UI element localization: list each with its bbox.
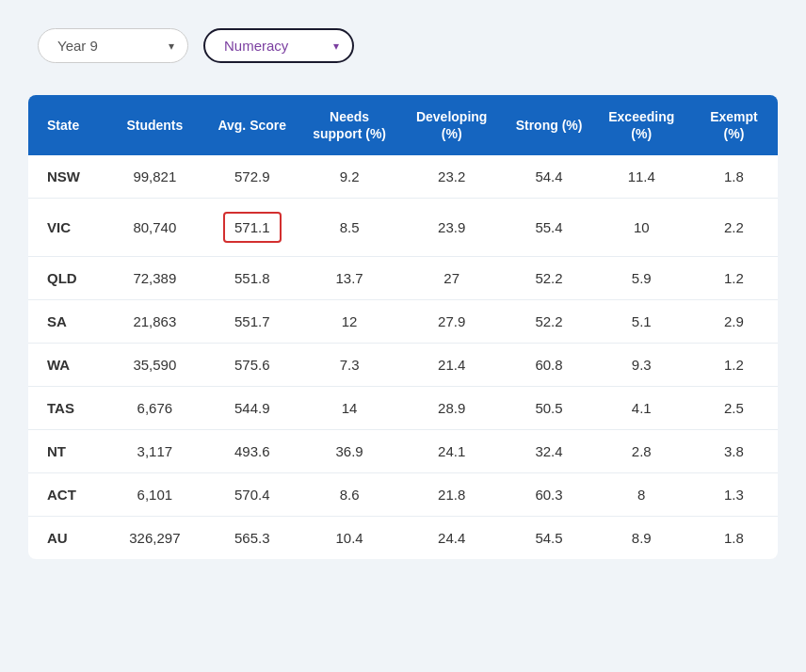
cell-exempt: 2.9 [690, 300, 778, 344]
cell-exempt: 3.8 [690, 430, 778, 473]
cell-avg_score: 544.9 [203, 387, 300, 430]
cell-strong: 54.4 [506, 155, 593, 199]
cell-exempt: 1.3 [690, 473, 778, 517]
cell-strong: 60.8 [506, 344, 593, 387]
cell-needs_support: 7.3 [300, 344, 397, 387]
cell-needs_support: 8.5 [300, 199, 397, 257]
cell-avg_score: 551.7 [203, 300, 300, 344]
cell-avg_score: 571.1 [203, 199, 300, 257]
cell-developing: 21.8 [398, 473, 506, 517]
cell-strong: 54.5 [506, 517, 593, 560]
cell-exempt: 1.2 [690, 257, 778, 300]
cell-exceeding: 2.8 [593, 430, 690, 473]
cell-avg_score: 572.9 [203, 155, 300, 199]
cell-developing: 24.1 [398, 430, 506, 473]
cell-strong: 55.4 [506, 199, 593, 257]
cell-students: 99,821 [106, 155, 203, 199]
cell-exempt: 1.2 [690, 344, 778, 387]
cell-avg_score: 493.6 [203, 430, 300, 473]
cell-strong: 50.5 [506, 387, 593, 430]
cell-students: 3,117 [106, 430, 203, 473]
header-students: Students [106, 95, 203, 155]
cell-students: 35,590 [106, 344, 203, 387]
cell-needs_support: 13.7 [300, 257, 397, 300]
cell-developing: 23.2 [398, 155, 506, 199]
header-needs-support: Needs support (%) [300, 95, 397, 155]
cell-needs_support: 8.6 [300, 473, 397, 517]
cell-needs_support: 36.9 [300, 430, 397, 473]
table-row: QLD72,389551.813.72752.25.91.2 [28, 257, 778, 300]
subject-select[interactable]: Numeracy ▾ [203, 28, 354, 63]
cell-state: SA [28, 300, 106, 344]
table-row: NT3,117493.636.924.132.42.83.8 [28, 430, 778, 473]
cell-exceeding: 5.9 [593, 257, 690, 300]
cell-developing: 21.4 [398, 344, 506, 387]
header-state: State [28, 95, 106, 155]
cell-strong: 52.2 [506, 300, 593, 344]
table-row: SA21,863551.71227.952.25.12.9 [28, 300, 778, 344]
cell-developing: 28.9 [398, 387, 506, 430]
cell-state: TAS [28, 387, 106, 430]
cell-state: WA [28, 344, 106, 387]
cell-exceeding: 5.1 [593, 300, 690, 344]
cell-exceeding: 11.4 [593, 155, 690, 199]
table-row: WA35,590575.67.321.460.89.31.2 [28, 344, 778, 387]
cell-exceeding: 8.9 [593, 517, 690, 560]
highlighted-value: 571.1 [223, 212, 282, 243]
cell-students: 80,740 [106, 199, 203, 257]
cell-needs_support: 12 [300, 300, 397, 344]
table-row: VIC80,740571.18.523.955.4102.2 [28, 199, 778, 257]
cell-needs_support: 14 [300, 387, 397, 430]
filters-bar: Year 9 ▾ Numeracy ▾ [19, 19, 787, 72]
subject-chevron: ▾ [333, 40, 339, 53]
table-header-row: State Students Avg. Score Needs support … [28, 95, 778, 155]
cell-exceeding: 4.1 [593, 387, 690, 430]
cell-needs_support: 9.2 [300, 155, 397, 199]
table-row: TAS6,676544.91428.950.54.12.5 [28, 387, 778, 430]
subject-label: Numeracy [224, 38, 288, 54]
cell-avg_score: 565.3 [203, 517, 300, 560]
cell-avg_score: 575.6 [203, 344, 300, 387]
cell-avg_score: 570.4 [203, 473, 300, 517]
cell-exceeding: 10 [593, 199, 690, 257]
cell-exceeding: 9.3 [593, 344, 690, 387]
cell-exempt: 2.2 [690, 199, 778, 257]
cell-students: 326,297 [106, 517, 203, 560]
cell-state: QLD [28, 257, 106, 300]
cell-avg_score: 551.8 [203, 257, 300, 300]
header-strong: Strong (%) [506, 95, 593, 155]
cell-students: 21,863 [106, 300, 203, 344]
header-avg-score: Avg. Score [203, 95, 300, 155]
header-exceeding: Exceeding (%) [593, 95, 690, 155]
cell-state: VIC [28, 199, 106, 257]
cell-strong: 52.2 [506, 257, 593, 300]
table-row: ACT6,101570.48.621.860.381.3 [28, 473, 778, 517]
cell-strong: 32.4 [506, 430, 593, 473]
cell-state: NSW [28, 155, 106, 199]
cell-state: NT [28, 430, 106, 473]
header-exempt: Exempt (%) [690, 95, 778, 155]
cell-exempt: 2.5 [690, 387, 778, 430]
cell-developing: 27 [398, 257, 506, 300]
cell-developing: 27.9 [398, 300, 506, 344]
results-table: State Students Avg. Score Needs support … [28, 95, 778, 559]
cell-students: 6,101 [106, 473, 203, 517]
cell-students: 72,389 [106, 257, 203, 300]
table-row: AU326,297565.310.424.454.58.91.8 [28, 517, 778, 560]
year-chevron: ▾ [169, 40, 174, 53]
header-developing: Developing (%) [398, 95, 506, 155]
year-select[interactable]: Year 9 ▾ [38, 28, 188, 63]
data-table-container: State Students Avg. Score Needs support … [28, 95, 778, 559]
cell-exempt: 1.8 [690, 517, 778, 560]
cell-developing: 24.4 [398, 517, 506, 560]
cell-state: AU [28, 517, 106, 560]
table-row: NSW99,821572.99.223.254.411.41.8 [28, 155, 778, 199]
table-body: NSW99,821572.99.223.254.411.41.8VIC80,74… [28, 155, 778, 559]
cell-exempt: 1.8 [690, 155, 778, 199]
cell-needs_support: 10.4 [300, 517, 397, 560]
cell-strong: 60.3 [506, 473, 593, 517]
year-label: Year 9 [57, 38, 98, 54]
cell-exceeding: 8 [593, 473, 690, 517]
cell-state: ACT [28, 473, 106, 517]
cell-students: 6,676 [106, 387, 203, 430]
